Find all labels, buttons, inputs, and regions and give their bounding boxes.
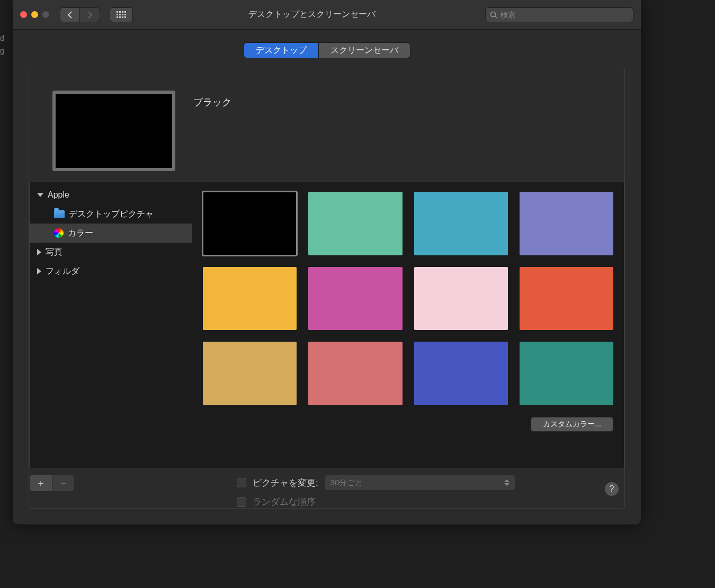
custom-color-button[interactable]: カスタムカラー... <box>531 417 613 432</box>
color-swatch[interactable] <box>520 267 613 331</box>
sidebar-label: デスクトップピクチャ <box>69 209 154 220</box>
folder-icon <box>54 210 65 218</box>
color-swatch[interactable] <box>308 192 402 255</box>
content-area: デスクトップ スクリーンセーバ ブラック Apple <box>13 30 641 524</box>
tab-label: デスクトップ <box>256 45 307 56</box>
stepper-icon <box>504 479 510 486</box>
svg-point-0 <box>491 12 496 16</box>
sidebar-group-folders[interactable]: フォルダ <box>30 262 192 281</box>
source-sidebar[interactable]: Apple デスクトップピクチャ カラー 写真 <box>29 182 192 468</box>
disclosure-down-icon <box>37 193 43 197</box>
background-text: d g <box>0 32 13 57</box>
select-value: 30分ごと <box>330 478 363 488</box>
bottom-controls: ＋ − ピクチャを変更: 30分ごと ランダムな順序 <box>29 468 624 508</box>
desktop-panel: ブラック Apple デスクトップピクチャ カラー <box>29 67 625 509</box>
color-swatch[interactable] <box>414 342 508 405</box>
tab-label: スクリーンセーバ <box>330 45 398 56</box>
svg-line-1 <box>495 16 497 18</box>
color-swatch[interactable] <box>308 342 402 405</box>
tab-desktop[interactable]: デスクトップ <box>244 42 319 58</box>
change-interval-select[interactable]: 30分ごと <box>325 475 515 491</box>
sidebar-label: 写真 <box>46 247 62 258</box>
preferences-window: デスクトップとスクリーンセーバ デスクトップ スクリーンセーバ ブラック <box>13 0 641 524</box>
color-swatch[interactable] <box>308 267 402 331</box>
tab-screensaver[interactable]: スクリーンセーバ <box>319 42 410 58</box>
tab-bar: デスクトップ スクリーンセーバ <box>29 42 625 58</box>
change-picture-label: ピクチャを変更: <box>253 477 318 489</box>
add-source-button[interactable]: ＋ <box>30 475 52 491</box>
help-button[interactable]: ? <box>605 482 619 496</box>
forward-button[interactable] <box>80 7 100 22</box>
split-view: Apple デスクトップピクチャ カラー 写真 <box>29 182 624 468</box>
sidebar-item-colors[interactable]: カラー <box>30 224 192 243</box>
search-input[interactable] <box>501 11 629 19</box>
sidebar-group-photos[interactable]: 写真 <box>30 243 192 262</box>
current-preview <box>52 91 175 171</box>
disclosure-right-icon <box>37 249 41 255</box>
show-all-button[interactable] <box>110 7 133 22</box>
preview-row: ブラック <box>29 67 624 182</box>
change-options: ピクチャを変更: 30分ごと ランダムな順序 <box>237 475 515 508</box>
color-swatch[interactable] <box>414 267 508 331</box>
minimize-button[interactable] <box>31 11 38 18</box>
nav-buttons <box>60 7 100 22</box>
color-grid-area: カスタムカラー... <box>192 182 624 468</box>
window-controls <box>20 11 49 18</box>
color-swatch[interactable] <box>203 342 297 405</box>
color-swatch[interactable] <box>414 192 508 255</box>
search-field[interactable] <box>485 7 633 22</box>
random-order-label: ランダムな順序 <box>253 496 316 508</box>
color-swatches <box>203 192 613 405</box>
color-swatch[interactable] <box>520 192 613 255</box>
titlebar: デスクトップとスクリーンセーバ <box>13 0 641 30</box>
sidebar-group-apple[interactable]: Apple <box>30 185 192 204</box>
color-swatch[interactable] <box>203 267 297 331</box>
back-button[interactable] <box>60 7 80 22</box>
random-order-checkbox[interactable] <box>237 497 246 507</box>
color-swatch[interactable] <box>203 192 297 255</box>
sidebar-item-desktop-pictures[interactable]: デスクトップピクチャ <box>30 204 192 224</box>
remove-source-button[interactable]: − <box>52 475 74 491</box>
current-wallpaper-name: ブラック <box>193 96 231 109</box>
zoom-button[interactable] <box>42 11 49 18</box>
close-button[interactable] <box>20 11 27 18</box>
search-icon <box>490 11 497 19</box>
change-picture-checkbox[interactable] <box>237 478 246 487</box>
disclosure-right-icon <box>37 268 41 274</box>
sidebar-label: Apple <box>48 190 69 200</box>
sidebar-label: フォルダ <box>46 266 79 277</box>
color-wheel-icon <box>54 228 64 238</box>
color-swatch[interactable] <box>520 342 613 405</box>
window-title: デスクトップとスクリーンセーバ <box>142 9 481 20</box>
sidebar-label: カラー <box>68 228 93 239</box>
add-remove-buttons: ＋ − <box>29 475 75 492</box>
